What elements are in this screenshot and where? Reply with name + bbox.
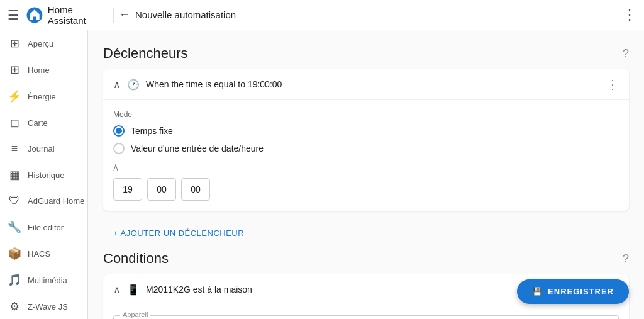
mode-label: Mode — [113, 110, 619, 119]
conditions-help-icon[interactable]: ? — [623, 252, 629, 266]
sidebar-item-historique[interactable]: ▦ Historique — [0, 162, 87, 188]
declencheurs-card: ∧ 🕐 When the time is equal to 19:00:00 ⋮… — [103, 69, 629, 211]
file-editor-icon: 🔧 — [8, 220, 21, 234]
sidebar-item-energie[interactable]: ⚡ Énergie — [0, 83, 87, 109]
save-button[interactable]: 💾 ENREGISTRER — [517, 279, 629, 304]
sidebar-label-energie: Énergie — [28, 92, 56, 101]
add-declencheur-button[interactable]: + AJOUTER UN DÉCLENCHEUR — [103, 223, 254, 243]
sidebar-item-multimedia[interactable]: 🎵 Multimédia — [0, 267, 87, 293]
time-at-label: À — [113, 164, 619, 173]
sidebar-label-multimedia: Multimédia — [28, 276, 67, 285]
declencheurs-card-more-icon[interactable]: ⋮ — [606, 77, 619, 92]
journal-icon: ≡ — [8, 142, 21, 155]
sidebar-item-carte[interactable]: ◻ Carte — [0, 109, 87, 136]
conditions-card-body: Appareil M2011K2G ✕ ▾ Condition M2011K2G… — [103, 305, 629, 319]
appareil-float-label: Appareil — [120, 311, 150, 318]
sidebar-label-file-editor: File editor — [28, 223, 64, 232]
sidebar-item-zwave[interactable]: ⚙ Z-Wave JS — [0, 293, 87, 319]
historique-icon: ▦ — [8, 168, 21, 182]
time-hours[interactable]: 19 — [113, 178, 142, 201]
sidebar-label-zwave: Z-Wave JS — [28, 302, 68, 311]
sidebar-item-apercu[interactable]: ⊞ Aperçu — [0, 30, 87, 57]
radio-circle-valeur-entree — [113, 143, 125, 154]
add-declencheur-container: + AJOUTER UN DÉCLENCHEUR — [103, 218, 629, 243]
radio-label-valeur-entree: Valeur d'une entrée de date/heure — [131, 143, 264, 154]
sidebar-item-file-editor[interactable]: 🔧 File editor — [0, 214, 87, 240]
energie-icon: ⚡ — [8, 89, 21, 103]
declencheurs-chevron-icon[interactable]: ∧ — [113, 79, 121, 91]
time-section: À 19 00 00 — [113, 164, 619, 201]
main-layout: ⊞ Aperçu ⊞ Home ⚡ Énergie ◻ Carte ≡ Jour… — [0, 30, 644, 319]
time-seconds[interactable]: 00 — [181, 178, 210, 201]
declencheurs-title: Déclencheurs — [103, 45, 188, 62]
save-icon: 💾 — [532, 287, 543, 296]
time-inputs: 19 00 00 — [113, 178, 619, 201]
declencheurs-section-header: Déclencheurs ? — [103, 45, 629, 62]
app-name: Home Assistant — [48, 4, 108, 26]
appareil-field[interactable]: Appareil M2011K2G ✕ ▾ — [113, 315, 619, 319]
sidebar-label-journal: Journal — [28, 144, 55, 154]
appareil-field-group: Appareil M2011K2G ✕ ▾ — [113, 315, 619, 319]
save-label: ENREGISTRER — [548, 287, 614, 296]
home-icon: ⊞ — [8, 63, 21, 77]
radio-temps-fixe[interactable]: Temps fixe — [113, 125, 619, 137]
zwave-icon: ⚙ — [8, 299, 21, 313]
declencheurs-help-icon[interactable]: ? — [623, 47, 629, 60]
sidebar-item-home[interactable]: ⊞ Home — [0, 57, 87, 83]
sidebar-label-home: Home — [28, 65, 50, 75]
sidebar-item-adguard[interactable]: 🛡 AdGuard Home — [0, 188, 87, 214]
carte-icon: ◻ — [8, 116, 21, 130]
ha-logo-icon — [26, 6, 43, 24]
clock-icon: 🕐 — [127, 79, 140, 91]
conditions-section-header: Conditions ? — [103, 250, 629, 267]
page-title: Nouvelle automatisation — [135, 9, 623, 20]
hacs-icon: 📦 — [8, 247, 21, 260]
topbar-divider — [113, 8, 114, 23]
conditions-title: Conditions — [103, 250, 169, 267]
radio-circle-temps-fixe — [113, 125, 125, 137]
sidebar-label-hacs: HACS — [28, 249, 50, 259]
sidebar-item-journal[interactable]: ≡ Journal — [0, 136, 87, 162]
content-area: Déclencheurs ? ∧ 🕐 When the time is equa… — [88, 30, 644, 319]
declencheurs-card-title: When the time is equal to 19:00:00 — [146, 79, 600, 89]
sidebar-label-carte: Carte — [28, 118, 48, 128]
sidebar: ⊞ Aperçu ⊞ Home ⚡ Énergie ◻ Carte ≡ Jour… — [0, 30, 88, 319]
radio-label-temps-fixe: Temps fixe — [131, 126, 173, 136]
sidebar-label-historique: Historique — [28, 171, 65, 180]
app-logo: Home Assistant — [26, 4, 108, 26]
menu-icon[interactable]: ☰ — [8, 8, 19, 23]
sidebar-item-hacs[interactable]: 📦 HACS — [0, 240, 87, 267]
sidebar-label-apercu: Aperçu — [28, 39, 53, 48]
radio-valeur-entree[interactable]: Valeur d'une entrée de date/heure — [113, 143, 619, 154]
adguard-icon: 🛡 — [8, 194, 21, 208]
device-icon: 📱 — [127, 284, 140, 296]
conditions-chevron-icon[interactable]: ∧ — [113, 284, 121, 296]
multimedia-icon: 🎵 — [8, 273, 21, 287]
time-minutes[interactable]: 00 — [147, 178, 176, 201]
declencheurs-card-header: ∧ 🕐 When the time is equal to 19:00:00 ⋮ — [103, 69, 629, 100]
topbar-more-button[interactable]: ⋮ — [623, 7, 636, 23]
declencheurs-card-body: Mode Temps fixe Valeur d'une entrée de d… — [103, 100, 629, 211]
back-button[interactable]: ← — [119, 8, 130, 21]
sidebar-label-adguard: AdGuard Home — [28, 196, 84, 206]
topbar: ☰ Home Assistant ← Nouvelle automatisati… — [0, 0, 644, 30]
mode-radio-group: Temps fixe Valeur d'une entrée de date/h… — [113, 125, 619, 154]
apercu-icon: ⊞ — [8, 36, 21, 50]
